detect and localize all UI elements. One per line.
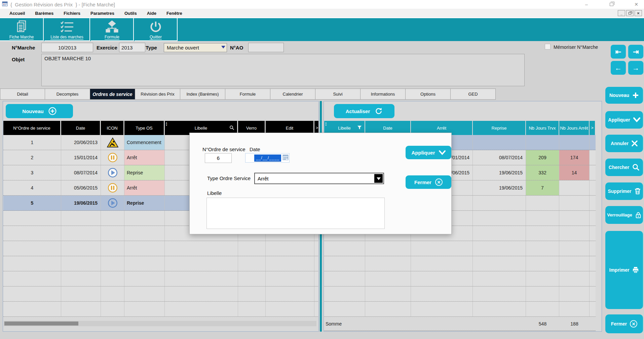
cell-reprise: 08/07/2014 xyxy=(473,150,526,165)
search-icon[interactable] xyxy=(229,125,234,131)
pause-icon xyxy=(101,150,124,165)
menu-parametres[interactable]: Parametres xyxy=(90,11,114,16)
empty-row[interactable] xyxy=(3,271,319,286)
empty-row[interactable] xyxy=(324,302,596,317)
mdi-close-button[interactable]: ✕ xyxy=(635,10,642,16)
menu-aide[interactable]: Aide xyxy=(147,11,156,16)
dialog-type-select[interactable]: Arrêt xyxy=(254,173,384,184)
chevron-down-icon xyxy=(377,177,381,182)
restore-button[interactable] xyxy=(607,2,616,7)
first-record-button[interactable]: ⇤ xyxy=(611,45,626,59)
n-marche-label: N°Marche xyxy=(12,45,35,50)
cell-type-os: Arrêt xyxy=(124,180,165,195)
horizontal-scrollbar[interactable] xyxy=(4,321,316,326)
tab-formule[interactable]: Formule xyxy=(225,89,270,100)
empty-row[interactable] xyxy=(3,241,319,256)
objet-textarea[interactable]: OBJET MARCHE 10 xyxy=(41,54,525,86)
column-header-reprise[interactable]: Reprise xyxy=(473,121,526,135)
refresh-icon xyxy=(375,107,383,115)
column-header-nb-jours-arret[interactable]: Nb Jours Arrêt xyxy=(559,121,590,135)
n-ao-input[interactable] xyxy=(248,43,284,52)
empty-row[interactable] xyxy=(324,286,596,302)
tab-calendrier[interactable]: Calendrier xyxy=(270,89,315,100)
sidebar-chercher-button[interactable]: Chercher xyxy=(605,159,643,176)
tab-ged[interactable]: GED xyxy=(451,89,496,100)
dropdown-arrow-button[interactable] xyxy=(374,174,383,183)
menu-fenetre[interactable]: Fenêtre xyxy=(166,11,182,16)
calendar-icon[interactable] xyxy=(282,154,289,162)
cell-date: 20/06/2013 xyxy=(61,135,101,150)
sidebar-verrouillage-button[interactable]: Verrouillage xyxy=(605,206,643,224)
empty-row[interactable] xyxy=(3,256,319,271)
sidebar-appliquer-button[interactable]: Appliquer xyxy=(605,111,643,129)
menu-bar: Accueil Barèmes Fichiers Parametres Outi… xyxy=(0,9,644,18)
memoriser-checkbox[interactable] xyxy=(545,44,551,49)
tab-index-baremes[interactable]: Index (Barémes) xyxy=(180,89,225,100)
type-select[interactable]: Marche ouvert xyxy=(164,43,227,52)
close-button[interactable]: ✕ xyxy=(632,2,641,7)
fiche-marche-button[interactable]: Fiche Marche xyxy=(0,18,44,41)
application-window: { Gestion Révision des Prix } - [Fiche M… xyxy=(0,0,644,339)
minimize-button[interactable]: – xyxy=(582,2,591,7)
filter-icon[interactable] xyxy=(357,125,362,131)
next-record-button[interactable]: → xyxy=(628,61,643,75)
dialog-appliquer-button[interactable]: Appliquer xyxy=(406,146,451,159)
mdi-restore-button[interactable] xyxy=(626,10,634,16)
liste-des-marches-button[interactable]: Liste des marches xyxy=(44,18,90,41)
last-record-button[interactable]: ⇥ xyxy=(628,45,643,59)
column-header-icon[interactable]: ICON xyxy=(101,121,124,135)
previous-record-button[interactable]: ← xyxy=(611,61,626,75)
tab-decomptes[interactable]: Decomptes xyxy=(45,89,90,100)
ordre-de-service-dialog: N°Ordre de service Date __/__/____ Type … xyxy=(189,133,452,234)
empty-row[interactable] xyxy=(324,241,596,256)
sidebar-annuler-button[interactable]: Annuler xyxy=(605,135,643,152)
empty-row[interactable] xyxy=(3,286,319,302)
x-circle-icon: ✕ xyxy=(435,178,443,186)
tab-options[interactable]: Options xyxy=(406,89,451,100)
menu-fichiers[interactable]: Fichiers xyxy=(64,11,80,16)
menu-baremes[interactable]: Barèmes xyxy=(35,11,53,16)
empty-row[interactable] xyxy=(324,271,596,286)
dialog-n-ordre-label: N°Ordre de service xyxy=(202,146,245,152)
tab-informations[interactable]: Informations xyxy=(361,89,406,100)
dialog-n-ordre-input[interactable] xyxy=(205,153,232,163)
empty-row[interactable] xyxy=(324,256,596,271)
menu-outils[interactable]: Outils xyxy=(124,11,137,16)
sidebar-fermer-button[interactable]: Fermer ✕ xyxy=(605,314,643,333)
column-scroll-right-button[interactable]: > xyxy=(590,121,596,135)
column-header-date[interactable]: Date xyxy=(61,121,101,135)
tab-detail[interactable]: Détail xyxy=(0,89,45,100)
scrollbar-thumb[interactable] xyxy=(4,321,78,326)
toolbar-button-label: Fiche Marche xyxy=(9,35,34,40)
sidebar-imprimer-button[interactable]: Imprimer xyxy=(605,231,643,309)
sidebar-button-label: Supprimer xyxy=(608,189,631,194)
cell-reprise: 19/06/2015 xyxy=(473,180,526,195)
column-header-nb-jours-trvx[interactable]: Nb Jours Trvx xyxy=(526,121,559,135)
toolbar-button-label: Quitter xyxy=(150,35,162,40)
quitter-button[interactable]: Quitter xyxy=(135,18,178,41)
somme-label: Somme xyxy=(324,317,526,331)
cell-date: 05/06/2015 xyxy=(61,180,101,195)
actualiser-button[interactable]: Actualiser xyxy=(334,104,394,118)
column-header-type-os[interactable]: Type OS xyxy=(124,121,165,135)
dialog-fermer-button[interactable]: Fermer ✕ xyxy=(406,175,451,189)
exercice-input[interactable] xyxy=(119,43,145,52)
dialog-libelle-textarea[interactable] xyxy=(206,198,385,229)
nouveau-ordre-button[interactable]: Nouveau xyxy=(6,104,73,118)
tab-revision-des-prix[interactable]: Révision des Prix xyxy=(135,89,180,100)
empty-row[interactable] xyxy=(3,302,319,317)
tab-suivi[interactable]: Suivi xyxy=(315,89,361,100)
sidebar-nouveau-button[interactable]: Nouveau xyxy=(605,87,643,104)
toolbar: Fiche Marche Liste des marches Formule Q… xyxy=(0,18,644,41)
dialog-date-input[interactable]: __/__/____ xyxy=(245,153,290,163)
column-header-n-ordre[interactable]: N°Ordre de service xyxy=(3,121,61,135)
menu-accueil[interactable]: Accueil xyxy=(9,11,25,16)
tab-ordres-de-service[interactable]: Ordres de service xyxy=(90,89,135,100)
sort-icon: ▴▾ xyxy=(166,122,167,126)
formule-button[interactable]: Formule xyxy=(91,18,134,41)
mdi-minimize-button[interactable]: _ xyxy=(618,10,625,16)
dialog-date-label: Date xyxy=(250,146,260,152)
n-marche-input[interactable] xyxy=(41,43,93,52)
sidebar-supprimer-button[interactable]: Supprimer xyxy=(605,182,643,200)
cell-type-os: Reprise xyxy=(124,196,165,210)
